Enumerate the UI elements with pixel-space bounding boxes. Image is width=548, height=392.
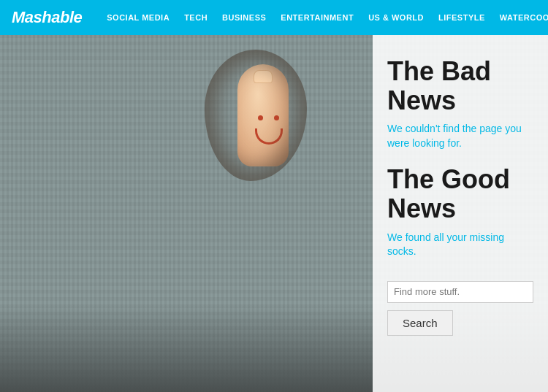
error-content-panel: The Bad News We couldn't find the page y… <box>373 35 548 392</box>
bad-news-subtitle: We couldn't find the page you were looki… <box>387 122 533 150</box>
good-news-subtitle: We found all your missing socks. <box>387 231 533 259</box>
bad-news-title: The Bad News <box>387 57 533 115</box>
nav-item-us-world[interactable]: US & World <box>361 13 431 22</box>
main-content: The Bad News We couldn't find the page y… <box>0 35 548 392</box>
nav-item-tech[interactable]: Tech <box>177 13 215 22</box>
nav-item-watercooler[interactable]: Watercooler <box>492 13 548 22</box>
site-logo[interactable]: Mashable <box>12 8 82 27</box>
nav-item-lifestyle[interactable]: Lifestyle <box>431 13 492 22</box>
nav-item-business[interactable]: Business <box>215 13 273 22</box>
nav-item-social-media[interactable]: Social Media <box>99 13 177 22</box>
search-input[interactable] <box>387 281 533 303</box>
good-news-title: The Good News <box>387 165 533 223</box>
search-button[interactable]: Search <box>387 310 453 336</box>
header: Mashable Social Media Tech Business Ente… <box>0 0 548 35</box>
main-nav: Social Media Tech Business Entertainment… <box>99 13 548 22</box>
nav-item-entertainment[interactable]: Entertainment <box>273 13 361 22</box>
